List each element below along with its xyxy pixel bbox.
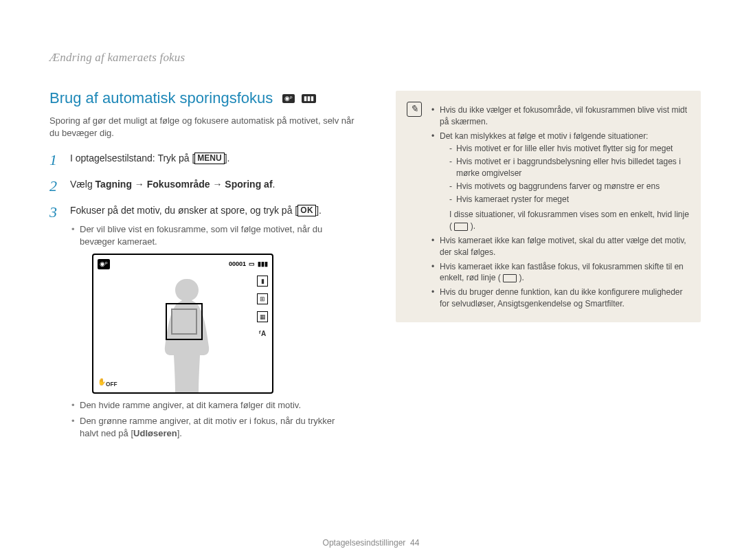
title-mode-icons: ◉ᵖ ▮▮▮ bbox=[282, 88, 317, 109]
focus-frame bbox=[166, 303, 203, 340]
frame-counter: 00001 bbox=[229, 260, 246, 269]
breadcrumb: Ændring af kameraets fokus bbox=[49, 49, 355, 66]
camera-preview-figure: ◉ᵖ 00001 ▭ ▮▮▮ ▮ ⊞ ▦ ᶠA bbox=[92, 254, 273, 394]
camera-mode-icon: ◉ᵖ bbox=[98, 259, 110, 269]
step-path: Tagning → Fokusområde → Sporing af bbox=[95, 179, 273, 190]
note-dash: Hvis motivet er for lille eller hvis mot… bbox=[449, 143, 690, 155]
side-icon: ⊞ bbox=[257, 293, 268, 304]
menu-button-label: MENU bbox=[194, 153, 224, 164]
sub-list: Den hvide ramme angiver, at dit kamera f… bbox=[70, 399, 355, 440]
ok-button-label: OK bbox=[297, 205, 316, 216]
page-footer: Optagelsesindstillinger 44 bbox=[0, 537, 742, 549]
note-bullet: Hvis kameraet ikke kan følge motivet, sk… bbox=[431, 235, 690, 258]
side-icon: ▦ bbox=[257, 311, 268, 322]
side-icon: ▮ bbox=[257, 276, 268, 287]
note-bullet: Hvis du bruger denne funktion, kan du ik… bbox=[431, 287, 690, 310]
steps-list: 1 I optagelsestilstand: Tryk på [MENU]. … bbox=[49, 152, 355, 443]
step-2: 2 Vælg Tagning → Fokusområde → Sporing a… bbox=[49, 178, 355, 194]
storage-icon: ▭ bbox=[249, 260, 255, 269]
flash-auto-icon: ᶠA bbox=[259, 329, 266, 339]
step-number: 1 bbox=[49, 152, 62, 168]
step-number: 3 bbox=[49, 204, 62, 443]
note-dash: Hvis motivets og baggrundens farver og m… bbox=[449, 181, 690, 192]
note-bullet: Det kan mislykkes at følge et motiv i fø… bbox=[431, 131, 690, 232]
step-1: 1 I optagelsestilstand: Tryk på [MENU]. bbox=[49, 152, 355, 168]
stabilizer-off-icon: ✋OFF bbox=[98, 377, 117, 389]
lede-text: Sporing af gør det muligt at følge og fo… bbox=[49, 115, 355, 139]
step-body: Fokuser på det motiv, du ønsker at spore… bbox=[70, 204, 355, 443]
footer-page-number: 44 bbox=[410, 538, 419, 548]
camera-mode-icon: ◉ᵖ bbox=[282, 94, 295, 103]
note-body: Hvis du ikke vælger et fokusområde, vil … bbox=[431, 102, 690, 313]
info-note: ✎ Hvis du ikke vælger et fokusområde, vi… bbox=[396, 91, 701, 322]
battery-icon: ▮▮▮ bbox=[258, 260, 268, 269]
sub-bullet: Den grønne ramme angiver, at dit motiv e… bbox=[80, 415, 355, 440]
note-icon: ✎ bbox=[407, 102, 422, 117]
note-summary: I disse situationer, vil fokusrammen vis… bbox=[449, 209, 690, 232]
sub-bullet: Der vil blive vist en fokusramme, som vi… bbox=[80, 223, 355, 248]
sub-bullet: Den hvide ramme angiver, at dit kamera f… bbox=[80, 399, 355, 412]
title-text: Brug af automatisk sporingsfokus bbox=[49, 89, 273, 107]
step-body: Vælg Tagning → Fokusområde → Sporing af. bbox=[70, 178, 355, 194]
note-bullet: Hvis kameraet ikke kan fastlåse fokus, v… bbox=[431, 261, 690, 284]
step-3: 3 Fokuser på det motiv, du ønsker at spo… bbox=[49, 204, 355, 443]
video-mode-icon: ▮▮▮ bbox=[302, 94, 316, 103]
page-title: Brug af automatisk sporingsfokus ◉ᵖ ▮▮▮ bbox=[49, 88, 355, 109]
sub-list: Der vil blive vist en fokusramme, som vi… bbox=[70, 223, 355, 248]
note-bullet: Hvis du ikke vælger et fokusområde, vil … bbox=[431, 104, 690, 128]
white-frame-icon bbox=[454, 223, 468, 231]
step-body: I optagelsestilstand: Tryk på [MENU]. bbox=[70, 152, 355, 168]
note-dash: Hvis motivet er i baggrundsbelysning ell… bbox=[449, 156, 690, 179]
footer-section: Optagelsesindstillinger bbox=[323, 538, 406, 548]
note-dash: Hvis kameraet ryster for meget bbox=[449, 194, 690, 205]
step-number: 2 bbox=[49, 178, 62, 194]
red-frame-icon bbox=[503, 274, 517, 282]
